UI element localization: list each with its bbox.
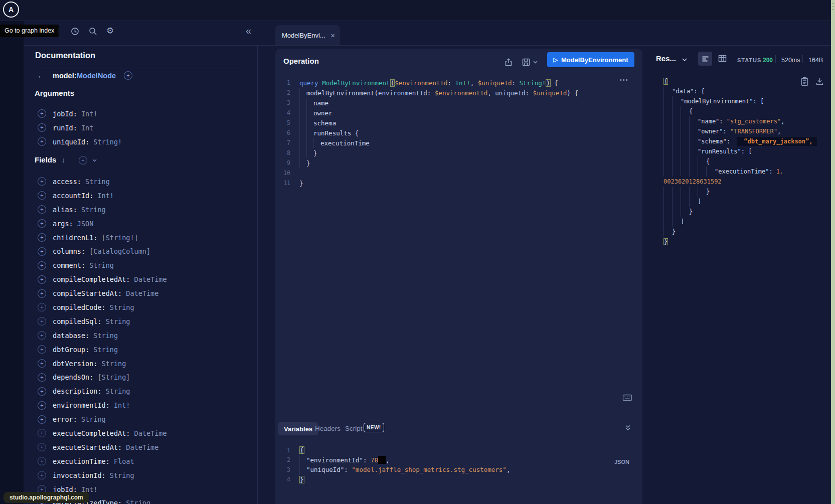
sort-fields-icon[interactable]: ↓ (62, 156, 65, 164)
add-field-icon[interactable]: + (38, 233, 46, 242)
field-type[interactable]: String (102, 387, 130, 395)
operation-code-line[interactable]: 11} (275, 178, 642, 188)
tab-headers[interactable]: Headers (315, 425, 341, 432)
field-name[interactable]: executeStartedAt: (53, 443, 122, 451)
add-all-fields-icon[interactable]: + (79, 156, 87, 164)
field-type[interactable]: Int (77, 124, 94, 132)
response-view-raw-toggle[interactable] (698, 52, 712, 66)
field-name[interactable]: childrenL1: (53, 234, 97, 242)
variables-code-line[interactable]: 1{ (275, 445, 642, 455)
field-name[interactable]: alias: (53, 206, 77, 214)
add-field-icon[interactable]: + (38, 137, 46, 146)
operation-code-line[interactable]: 10 (275, 168, 642, 178)
field-type[interactable]: Int! (110, 401, 130, 409)
field-type[interactable]: DateTime (122, 443, 158, 451)
field-name[interactable]: jobId: (53, 110, 77, 118)
collapse-variables-icon[interactable] (625, 425, 631, 431)
add-field-icon[interactable]: + (38, 443, 46, 451)
field-type[interactable]: DateTime (130, 275, 166, 283)
add-field-icon[interactable]: + (38, 401, 46, 410)
field-name[interactable]: invocationId: (53, 471, 106, 479)
field-name[interactable]: compiledCode: (53, 303, 106, 311)
tab-close-icon[interactable]: × (330, 31, 335, 40)
variables-code-line[interactable]: 2"environmentId": 78, (275, 455, 642, 465)
field-name[interactable]: compileStartedAt: (53, 289, 122, 297)
field-type[interactable]: [CatalogColumn] (85, 247, 150, 255)
doc-breadcrumb-type-link[interactable]: ModelNode (77, 72, 116, 80)
search-icon[interactable] (88, 27, 98, 36)
add-field-icon[interactable]: + (38, 261, 46, 270)
field-type[interactable]: String (77, 206, 106, 214)
add-field-icon[interactable]: + (38, 123, 46, 132)
add-model-field-icon[interactable]: + (124, 71, 132, 80)
field-name[interactable]: access: (53, 178, 81, 186)
operation-editor[interactable]: 1query ModelByEnvironment($environmentId… (275, 78, 642, 188)
add-field-icon[interactable]: + (38, 247, 46, 256)
field-name[interactable]: compiledSql: (53, 317, 102, 325)
operation-code-line[interactable]: 1query ModelByEnvironment($environmentId… (275, 78, 642, 88)
field-type[interactable]: String (102, 317, 130, 325)
field-name[interactable]: comment: (53, 261, 85, 269)
save-operation-icon[interactable] (522, 58, 531, 67)
variables-code-line[interactable]: 3"uniqueId": "model.jaffle_shop_metrics.… (275, 465, 642, 475)
run-operation-button[interactable]: ▷ ModelByEnvironment (547, 52, 634, 67)
add-field-icon[interactable]: + (38, 109, 46, 118)
field-name[interactable]: environmentId: (53, 401, 110, 409)
add-field-icon[interactable]: + (38, 373, 46, 382)
tab-modelbyenvironment[interactable]: ModelByEnvi... × (275, 25, 340, 45)
save-options-chevron-icon[interactable] (533, 61, 538, 64)
operation-code-line[interactable]: 4owner (275, 108, 642, 118)
operation-code-line[interactable]: 3name (275, 98, 642, 108)
add-field-icon[interactable]: + (38, 387, 46, 396)
field-type[interactable]: String! (89, 138, 122, 146)
add-field-icon[interactable]: + (38, 415, 46, 424)
field-type[interactable]: Int! (93, 192, 114, 200)
field-type[interactable]: JSON (73, 220, 94, 228)
field-name[interactable]: compileCompletedAt: (53, 275, 130, 283)
operation-code-line[interactable]: 6runResults { (275, 128, 642, 138)
field-type[interactable]: [String] (93, 373, 130, 381)
add-field-icon[interactable]: + (38, 345, 46, 354)
operation-code-line[interactable]: 9} (275, 158, 642, 168)
add-field-icon[interactable]: + (38, 275, 46, 284)
field-type[interactable]: DateTime (130, 429, 166, 437)
operation-code-line[interactable]: 2modelByEnvironment(environmentId: $envi… (275, 88, 642, 98)
add-field-icon[interactable]: + (38, 303, 46, 311)
apollo-logo-icon[interactable]: A (3, 2, 19, 18)
add-field-icon[interactable]: + (38, 205, 46, 214)
field-type[interactable]: [String!] (97, 234, 138, 242)
field-name[interactable]: description: (53, 387, 102, 395)
field-name[interactable]: executeCompletedAt: (53, 429, 130, 437)
field-type[interactable]: DateTime (122, 289, 158, 297)
doc-back-icon[interactable]: ← (37, 71, 45, 80)
variables-editor[interactable]: 1{2"environmentId": 78,3"uniqueId": "mod… (275, 445, 642, 484)
add-field-icon[interactable]: + (38, 317, 46, 325)
add-field-icon[interactable]: + (38, 219, 46, 228)
add-field-icon[interactable]: + (38, 331, 46, 340)
explorer-settings-gear-icon[interactable]: ⚙ (106, 26, 114, 36)
add-field-icon[interactable]: + (38, 191, 46, 200)
field-name[interactable]: dependsOn: (53, 373, 93, 381)
field-name[interactable]: dbtGroup: (53, 346, 89, 354)
add-field-icon[interactable]: + (38, 457, 46, 465)
field-type[interactable]: String (89, 331, 118, 340)
keyboard-shortcuts-icon[interactable] (622, 394, 632, 402)
field-name[interactable]: args: (53, 220, 73, 228)
history-icon[interactable] (70, 27, 80, 36)
field-type[interactable]: String (89, 346, 118, 354)
tab-script[interactable]: Script (345, 425, 363, 432)
add-field-icon[interactable]: + (38, 359, 46, 368)
field-type[interactable]: String (77, 415, 106, 423)
field-name[interactable]: dbtVersion: (53, 360, 97, 368)
field-type[interactable]: String (122, 499, 150, 504)
field-type[interactable]: Int! (77, 110, 98, 118)
field-name[interactable]: columns: (53, 247, 85, 255)
operation-code-line[interactable]: 5schema (275, 118, 642, 128)
add-field-icon[interactable]: + (38, 177, 46, 186)
field-type[interactable]: String (97, 360, 126, 368)
add-field-icon[interactable]: + (38, 289, 46, 298)
tab-variables[interactable]: Variables (278, 422, 318, 435)
add-field-icon[interactable]: + (38, 429, 46, 437)
field-name[interactable]: accountId: (53, 192, 93, 200)
variables-code-line[interactable]: 4} (275, 475, 642, 485)
